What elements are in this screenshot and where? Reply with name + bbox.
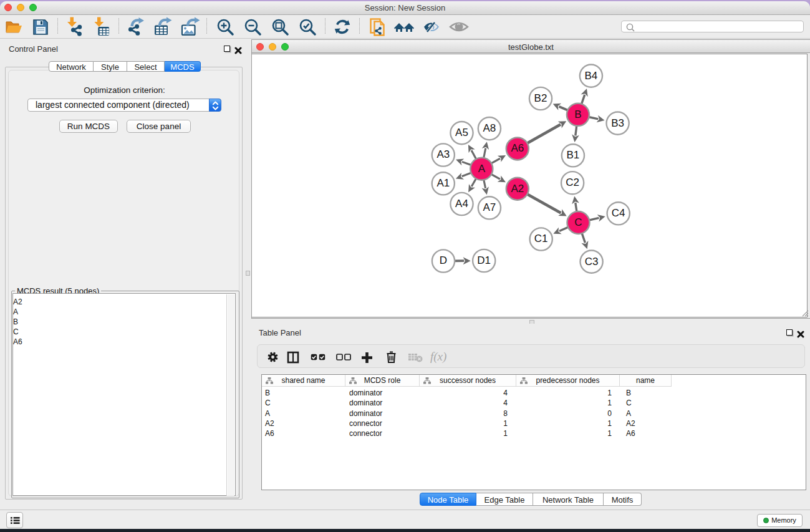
svg-text:C3: C3 xyxy=(585,256,599,268)
svg-text:A2: A2 xyxy=(511,183,524,195)
svg-text:C: C xyxy=(574,216,582,228)
svg-text:A3: A3 xyxy=(436,148,450,160)
svg-text:A: A xyxy=(478,163,486,175)
svg-text:B2: B2 xyxy=(534,92,547,104)
svg-text:D: D xyxy=(440,254,447,266)
svg-text:A4: A4 xyxy=(455,198,468,210)
svg-text:A1: A1 xyxy=(436,177,450,189)
svg-text:A8: A8 xyxy=(483,122,496,134)
svg-text:B4: B4 xyxy=(585,70,598,82)
svg-text:B: B xyxy=(574,109,581,120)
svg-text:A6: A6 xyxy=(511,142,524,154)
svg-text:A7: A7 xyxy=(483,201,496,213)
svg-text:D1: D1 xyxy=(477,254,491,266)
svg-text:B1: B1 xyxy=(567,149,580,161)
svg-text:C1: C1 xyxy=(534,233,548,244)
svg-text:C2: C2 xyxy=(566,177,579,188)
svg-text:B3: B3 xyxy=(611,117,624,129)
svg-text:A5: A5 xyxy=(455,127,468,138)
svg-text:C4: C4 xyxy=(612,207,625,219)
